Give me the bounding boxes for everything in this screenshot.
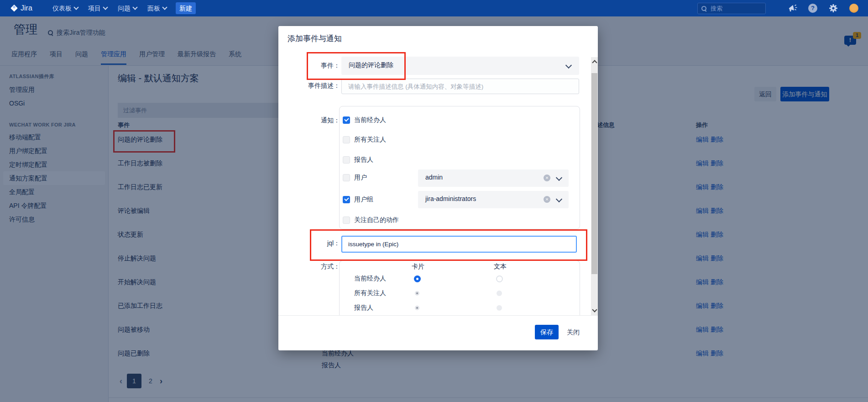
- help-icon[interactable]: ?: [808, 4, 817, 13]
- nav-issues[interactable]: 问题: [118, 0, 137, 16]
- checkbox-checked-icon[interactable]: [343, 116, 350, 124]
- notify-option-user-group[interactable]: 用户组: [343, 196, 373, 204]
- megaphone-icon[interactable]: [788, 4, 798, 13]
- annotation-box-event-field: [307, 52, 406, 80]
- top-navbar: Jira 仪表板 项目 问题 面板 新建 ?: [0, 0, 868, 16]
- nav-boards[interactable]: 面板: [147, 0, 167, 16]
- chevron-down-icon: [132, 5, 137, 10]
- user-group-select-value: jira-administrators: [425, 195, 476, 202]
- annotation-box-jql-field: [310, 229, 587, 261]
- avatar[interactable]: [849, 4, 858, 13]
- dialog-scrollbar[interactable]: [591, 57, 598, 315]
- divider: [278, 315, 598, 316]
- checkbox-icon[interactable]: [343, 136, 350, 143]
- checkbox-checked-icon[interactable]: [343, 196, 350, 203]
- checkbox-icon[interactable]: [343, 174, 350, 181]
- method-options-box: 卡片 文本 当前经办人 所有关注人 报告人: [339, 260, 580, 316]
- radio-selected-icon[interactable]: [414, 275, 421, 282]
- method-column-text: 文本: [486, 263, 514, 271]
- save-button[interactable]: 保存: [535, 325, 559, 339]
- clear-icon[interactable]: [544, 196, 550, 203]
- navbar-search[interactable]: [697, 3, 766, 14]
- method-row-label: 当前经办人: [354, 275, 386, 283]
- radio-icon[interactable]: [497, 291, 502, 296]
- nav-dashboards[interactable]: 仪表板: [52, 0, 78, 16]
- clear-icon[interactable]: [544, 175, 550, 181]
- user-select-value: admin: [425, 174, 443, 181]
- method-row-label: 报告人: [354, 304, 373, 312]
- chevron-down-icon: [565, 62, 572, 69]
- create-button[interactable]: 新建: [176, 2, 196, 14]
- notify-option-user[interactable]: 用户: [343, 174, 367, 182]
- close-button[interactable]: 关闭: [567, 328, 580, 337]
- chevron-down-icon: [73, 5, 78, 10]
- jira-logo[interactable]: Jira: [10, 0, 32, 16]
- gear-icon[interactable]: [829, 4, 838, 13]
- notify-option-reporter[interactable]: 报告人: [343, 156, 373, 164]
- scroll-up-icon[interactable]: [592, 60, 597, 65]
- notify-options-box: [339, 106, 580, 229]
- chevron-down-icon: [103, 5, 108, 10]
- checkbox-icon[interactable]: [343, 217, 350, 224]
- notify-option-all-watchers[interactable]: 所有关注人: [343, 136, 386, 144]
- nav-projects[interactable]: 项目: [88, 0, 107, 16]
- notify-option-watch-own-actions[interactable]: 关注自己的动作: [343, 216, 399, 224]
- search-icon: [701, 6, 707, 11]
- user-group-select[interactable]: jira-administrators: [418, 191, 569, 208]
- radio-icon[interactable]: [496, 275, 503, 282]
- method-row-label: 所有关注人: [354, 289, 386, 297]
- radio-icon[interactable]: [497, 305, 502, 311]
- notify-field-label: 通知：: [288, 116, 340, 125]
- scroll-down-icon[interactable]: [592, 307, 597, 312]
- chevron-down-icon: [162, 5, 167, 10]
- event-description-input[interactable]: [341, 79, 579, 94]
- desc-field-label: 事件描述：: [288, 82, 340, 90]
- method-column-card: 卡片: [404, 263, 432, 271]
- navbar-search-input[interactable]: [710, 5, 753, 12]
- add-event-notification-dialog: 添加事件与通知 事件： 问题的评论删除 事件描述： 通知： 当前经办人 所有关注…: [278, 26, 598, 350]
- scrollbar-thumb[interactable]: [591, 73, 597, 274]
- radio-icon[interactable]: [415, 291, 419, 296]
- notify-option-current-assignee[interactable]: 当前经办人: [343, 116, 386, 124]
- chevron-down-icon: [556, 175, 562, 181]
- dialog-title: 添加事件与通知: [288, 33, 342, 44]
- jira-logo-text: Jira: [21, 4, 32, 12]
- user-select[interactable]: admin: [418, 169, 569, 187]
- method-field-label: 方式：: [288, 263, 340, 271]
- radio-icon[interactable]: [415, 306, 419, 310]
- jira-admin-page: Jira 仪表板 项目 问题 面板 新建 ? 管理 搜索Jira管理功: [0, 0, 868, 402]
- chevron-down-icon: [556, 196, 562, 202]
- jira-logo-icon: [10, 4, 18, 12]
- checkbox-icon[interactable]: [343, 156, 350, 164]
